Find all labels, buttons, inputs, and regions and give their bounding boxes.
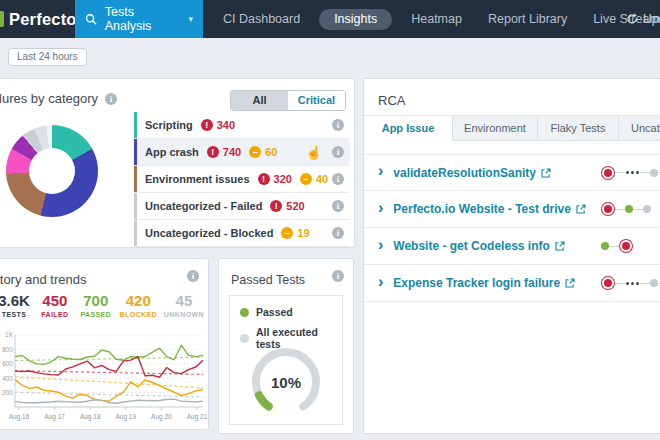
- external-link-icon: [565, 278, 575, 288]
- rca-row[interactable]: › Perfecto.io Website - Test drive: [364, 191, 660, 228]
- history-trend-line-chart[interactable]: 1K800600400200Aug 16Aug 17Aug 18Aug 19Au…: [1, 329, 207, 429]
- rca-test-link[interactable]: Expense Tracker login failure: [393, 276, 575, 290]
- brand-title[interactable]: Perfecto: [9, 0, 77, 38]
- tab-app-issue[interactable]: App Issue: [364, 116, 453, 141]
- category-row-environment-issues[interactable]: Environment issues 320 40 i: [134, 166, 350, 193]
- legend-passed: Passed: [240, 306, 342, 318]
- category-color-bar: [134, 220, 137, 246]
- rca-row[interactable]: › validateResolutionSanity: [364, 154, 660, 191]
- perfecto-insights-dashboard: Perfecto Tests Analysis ▾ CI Dashboard I…: [0, 0, 660, 440]
- expand-chevron-icon[interactable]: ›: [378, 163, 383, 179]
- status-dot-timeline: [601, 169, 660, 177]
- stat-unknown: 45 UNKNOWN: [164, 292, 204, 318]
- svg-text:Aug 18: Aug 18: [80, 413, 101, 421]
- passed-panel-title: Passed Tests: [231, 273, 305, 287]
- update-button[interactable]: Update: [626, 0, 660, 38]
- nav-heatmap[interactable]: Heatmap: [398, 0, 475, 38]
- svg-text:Aug 20: Aug 20: [151, 413, 172, 421]
- stat-failed: 450 FAILED: [38, 292, 72, 318]
- rca-test-link[interactable]: Website - get Codeless info: [393, 239, 564, 253]
- status-dot-gray: [650, 279, 658, 287]
- all-critical-toggle: All Critical: [230, 90, 346, 111]
- tests-analysis-label: Tests Analysis: [105, 5, 182, 33]
- rca-row[interactable]: › Expense Tracker login failure: [364, 265, 660, 302]
- svg-text:600: 600: [2, 360, 13, 367]
- status-dot-red: [604, 205, 612, 213]
- info-icon[interactable]: i: [332, 270, 344, 282]
- passed-tests-card: Passed All executed tests 10%: [229, 295, 343, 425]
- passed-tests-panel: Passed Tests i Passed All executed tests…: [218, 258, 354, 434]
- rca-tabs: App Issue Environment Flaky Tests Uncate…: [364, 115, 660, 141]
- dot-connector: [640, 283, 650, 284]
- external-link-icon: [555, 241, 565, 251]
- status-dot-timeline: [601, 279, 660, 287]
- status-dot-gray: [650, 169, 658, 177]
- blocked-badge-icon: [281, 227, 293, 239]
- ellipsis-dots: [626, 282, 639, 285]
- stat-blocked: 420 BLOCKED: [120, 292, 157, 318]
- tab-flaky-tests[interactable]: Flaky Tests: [538, 116, 619, 140]
- expand-chevron-icon[interactable]: ›: [378, 274, 383, 290]
- failed-badge-icon: [258, 173, 270, 185]
- history-panel-title: History and trends: [0, 272, 87, 287]
- status-dot-timeline: [601, 242, 633, 250]
- svg-text:Aug 17: Aug 17: [44, 413, 65, 421]
- chevron-down-icon: ▾: [188, 14, 193, 24]
- failure-category-list: Scripting 340 i App crash 740 60 ☝ i Env…: [134, 112, 350, 247]
- expand-chevron-icon[interactable]: ›: [378, 200, 383, 216]
- category-color-bar: [134, 139, 137, 165]
- rca-test-link[interactable]: validateResolutionSanity: [393, 166, 551, 180]
- info-icon[interactable]: i: [332, 146, 344, 158]
- tab-environment[interactable]: Environment: [453, 116, 538, 140]
- failures-by-category-panel: Failures by category i All Critical Scri…: [0, 78, 355, 248]
- toggle-all[interactable]: All: [231, 91, 288, 110]
- dot-connector: [633, 209, 643, 210]
- dot-connector: [615, 172, 625, 173]
- category-color-bar: [134, 166, 137, 192]
- failed-badge-icon: [207, 146, 219, 158]
- toggle-critical[interactable]: Critical: [288, 91, 345, 110]
- status-dot-green: [601, 242, 609, 250]
- info-icon[interactable]: i: [332, 173, 344, 185]
- perfecto-logo-mark: [0, 11, 4, 27]
- status-dot-gray: [643, 205, 651, 213]
- category-row-uncategorized-blocked[interactable]: Uncategorized - Blocked 19 i: [134, 220, 350, 247]
- dot-connector: [609, 246, 619, 247]
- rca-item-list: › validateResolutionSanity › Perfecto.io…: [364, 154, 660, 302]
- info-icon[interactable]: i: [187, 270, 199, 282]
- dot-connector: [615, 209, 625, 210]
- blocked-badge-icon: [300, 173, 312, 185]
- time-range-filter[interactable]: Last 24 hours: [8, 48, 87, 66]
- dot-connector: [615, 283, 625, 284]
- category-row-app-crash[interactable]: App crash 740 60 ☝ i: [134, 139, 350, 166]
- history-stats-row: 3.6K TESTS 450 FAILED 700 PASSED 420 BLO…: [0, 292, 204, 318]
- category-row-uncategorized-failed[interactable]: Uncategorized - Failed 520 i: [134, 193, 350, 220]
- svg-text:200: 200: [2, 389, 13, 396]
- expand-chevron-icon[interactable]: ›: [378, 237, 383, 253]
- category-color-bar: [134, 112, 137, 138]
- rca-test-link[interactable]: Perfecto.io Website - Test drive: [393, 202, 586, 216]
- tests-analysis-menu[interactable]: Tests Analysis ▾: [75, 0, 203, 38]
- info-icon[interactable]: i: [332, 200, 344, 212]
- dot-connector: [640, 172, 650, 173]
- info-icon[interactable]: i: [105, 93, 117, 105]
- passed-tests-gauge: 10%: [238, 338, 334, 424]
- info-icon[interactable]: i: [332, 227, 344, 239]
- svg-text:400: 400: [2, 375, 13, 382]
- info-icon[interactable]: i: [332, 119, 344, 131]
- svg-text:Aug 21: Aug 21: [187, 413, 207, 421]
- category-row-scripting[interactable]: Scripting 340 i: [134, 112, 350, 139]
- rca-row[interactable]: › Website - get Codeless info: [364, 228, 660, 265]
- gauge-percent-label: 10%: [238, 374, 334, 391]
- nav-insights[interactable]: Insights: [319, 9, 392, 30]
- nav-report-library[interactable]: Report Library: [475, 0, 580, 38]
- external-link-icon: [576, 204, 586, 214]
- main-nav: CI Dashboard Insights Heatmap Report Lib…: [210, 0, 660, 38]
- tab-uncategorized[interactable]: Uncategorized: [619, 116, 660, 140]
- failures-donut-chart[interactable]: [6, 125, 98, 217]
- blocked-badge-icon: [249, 146, 261, 158]
- failed-badge-icon: [270, 200, 282, 212]
- ellipsis-dots: [626, 171, 639, 174]
- nav-ci-dashboard[interactable]: CI Dashboard: [210, 0, 313, 38]
- hand-cursor-icon: ☝: [306, 146, 322, 159]
